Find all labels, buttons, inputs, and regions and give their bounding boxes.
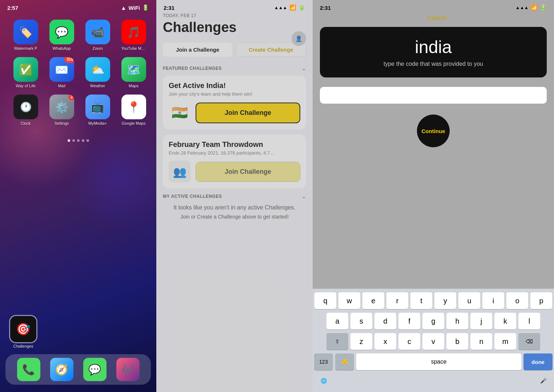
continue-button[interactable]: Continue: [417, 115, 450, 147]
app-zoom[interactable]: 📹 Zoom: [82, 20, 113, 51]
app-mymedia[interactable]: 📺 MyMedia+: [82, 95, 113, 125]
mymedia-icon: 📺: [91, 101, 104, 113]
key-o[interactable]: o: [506, 292, 528, 309]
keyboard-bottom-row: 123 🙂 space done: [314, 353, 553, 370]
keyboard-row-2: a s d f g h j k l: [314, 313, 553, 329]
app-label: MyMedia+: [85, 121, 110, 125]
wallpaper-decoration2: [69, 127, 156, 229]
whatsapp-icon: 💬: [55, 26, 68, 39]
code-text-input[interactable]: [320, 87, 547, 104]
challenges-app-highlighted[interactable]: 🎯 Challenges: [10, 316, 36, 348]
app-label: YouTube Music: [121, 46, 146, 51]
key-y[interactable]: y: [434, 292, 456, 309]
dock-music[interactable]: 🎶: [116, 358, 140, 381]
keyboard-extra-row: 🌐 🎤: [314, 372, 553, 389]
app-googlemaps[interactable]: 📍 Google Maps: [118, 95, 149, 125]
key-z[interactable]: z: [350, 333, 372, 350]
globe-key[interactable]: 🌐: [314, 372, 333, 389]
key-c[interactable]: c: [398, 333, 420, 350]
key-u[interactable]: u: [458, 292, 480, 309]
done-key[interactable]: done: [523, 353, 553, 370]
cancel-button[interactable]: Cancel: [320, 13, 554, 23]
signal-icon: ▲▲▲: [515, 5, 529, 10]
app-weather[interactable]: ⛅ Weather: [82, 57, 113, 88]
homescreen: 2:57 ▲ WiFi 🔋 🏷️ Watermark P 💬 WhatsApp …: [0, 0, 156, 392]
battery-icon: 🔋: [298, 4, 305, 11]
battery-icon: 🔋: [142, 4, 149, 11]
keyboard-row-1: q w e r t y u i o p: [314, 292, 553, 309]
app-label: Challenges: [11, 344, 36, 348]
app-label: Mail: [49, 84, 74, 88]
challenges-icon: 🎯: [16, 322, 31, 336]
key-m[interactable]: m: [494, 333, 516, 350]
watermark-icon: 🏷️: [19, 26, 32, 39]
status-icons: ▲ WiFi 🔋: [121, 4, 149, 11]
app-label: Weather: [85, 84, 110, 88]
app-ytmusic[interactable]: 🎵 YouTube Music: [118, 20, 149, 51]
shift-key[interactable]: ⇧: [326, 333, 348, 350]
numbers-key[interactable]: 123: [314, 353, 333, 370]
app-label: Google Maps: [121, 121, 146, 125]
dock-messages[interactable]: 💬: [83, 358, 107, 381]
status-bar: 2:57 ▲ WiFi 🔋: [0, 0, 156, 13]
key-d[interactable]: d: [374, 313, 396, 329]
key-a[interactable]: a: [326, 313, 348, 329]
app-settings[interactable]: ⚙️ 2 Settings: [46, 95, 77, 125]
app-clock[interactable]: 🕐 Clock: [10, 95, 41, 125]
keyboard-row-3: ⇧ z x c v b n m ⌫: [314, 333, 553, 350]
key-i[interactable]: i: [482, 292, 504, 309]
key-s[interactable]: s: [350, 313, 372, 329]
key-n[interactable]: n: [470, 333, 492, 350]
key-g[interactable]: g: [422, 313, 444, 329]
key-v[interactable]: v: [422, 333, 444, 350]
time-display: 2:31: [164, 5, 174, 11]
app-mail[interactable]: ✉️ 316 Mail: [46, 57, 77, 88]
key-f[interactable]: f: [398, 313, 420, 329]
key-e[interactable]: e: [362, 292, 384, 309]
time-display: 2:31: [320, 5, 331, 11]
maps-icon: 🗺️: [127, 63, 140, 76]
key-p[interactable]: p: [530, 292, 552, 309]
app-whatsapp[interactable]: 💬 WhatsApp: [46, 20, 77, 51]
time-display: 2:57: [7, 5, 18, 11]
app-watermark[interactable]: 🏷️ Watermark P: [10, 20, 41, 51]
mail-badge: 316: [64, 57, 74, 63]
battery-icon: 🔋: [540, 4, 547, 11]
signal-icon: ▲▲▲: [274, 5, 287, 10]
ytmusic-icon: 🎵: [127, 26, 140, 39]
app-label: Settings: [49, 121, 74, 125]
key-b[interactable]: b: [446, 333, 468, 350]
app-label: Clock: [13, 121, 38, 125]
key-q[interactable]: q: [314, 292, 336, 309]
key-l[interactable]: l: [518, 313, 540, 329]
dock-phone[interactable]: 📞: [17, 358, 40, 381]
emoji-key[interactable]: 🙂: [335, 353, 354, 370]
app-label: Way of Life: [13, 84, 38, 88]
status-icons: ▲▲▲ 📶 🔋: [515, 4, 547, 11]
app-label: Zoom: [85, 46, 110, 51]
microphone-key[interactable]: 🎤: [534, 372, 553, 389]
status-bar: 2:31 ▲▲▲ 📶 🔋: [313, 0, 554, 13]
screen-overlay: [156, 0, 313, 392]
code-entry-screen: 2:31 ▲▲▲ 📶 🔋 Cancel india type the code …: [313, 0, 554, 392]
key-r[interactable]: r: [386, 292, 408, 309]
key-k[interactable]: k: [494, 313, 516, 329]
keyboard: q w e r t y u i o p a s d f g h j k l ⇧ …: [313, 289, 554, 392]
key-x[interactable]: x: [374, 333, 396, 350]
delete-key[interactable]: ⌫: [518, 333, 540, 350]
app-wayoflife[interactable]: ✅ Way of Life: [10, 57, 41, 88]
key-h[interactable]: h: [446, 313, 468, 329]
settings-icon: ⚙️: [55, 101, 68, 113]
wayoflife-icon: ✅: [19, 63, 32, 76]
dock-safari[interactable]: 🧭: [50, 358, 73, 381]
key-w[interactable]: w: [338, 292, 360, 309]
key-t[interactable]: t: [410, 292, 432, 309]
space-key[interactable]: space: [356, 353, 521, 370]
app-label: WhatsApp: [49, 46, 74, 51]
wifi-icon: WiFi: [128, 5, 140, 11]
app-maps[interactable]: 🗺️ Maps: [118, 57, 149, 88]
continue-label: Continue: [422, 128, 445, 134]
app-label: Watermark P: [13, 46, 38, 51]
code-word-display: india: [327, 37, 539, 57]
key-j[interactable]: j: [470, 313, 492, 329]
